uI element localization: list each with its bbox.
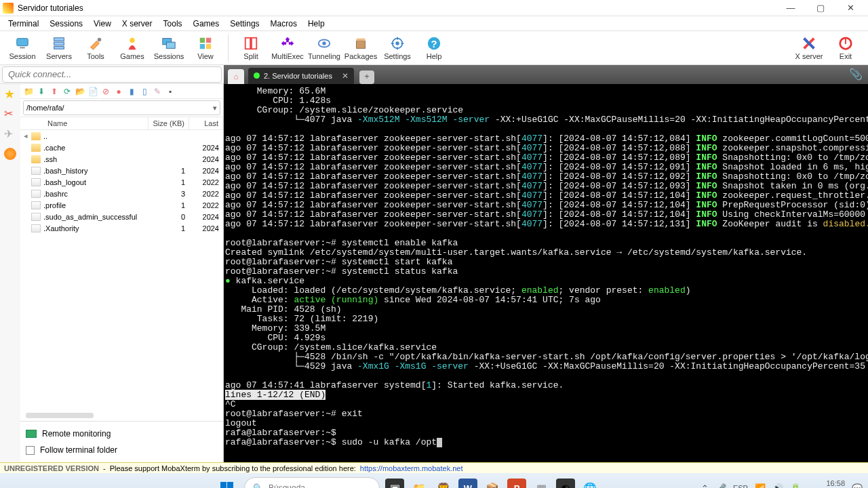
tool-sessions-list[interactable]: Sessions xyxy=(151,36,187,60)
add-tab-button[interactable]: + xyxy=(359,70,374,84)
macros-icon[interactable] xyxy=(4,148,16,160)
tool-split[interactable]: Split xyxy=(233,36,269,60)
tray-clock[interactable]: 16:5807/08/2024 xyxy=(808,479,845,488)
properties-icon[interactable]: ● xyxy=(113,86,124,97)
tool-games[interactable]: Games xyxy=(114,36,151,60)
svg-point-16 xyxy=(322,41,326,45)
tool-exit[interactable]: Exit xyxy=(827,36,864,60)
main-area: ★ ✂ ✈ 📁 ⬇ ⬆ ⟳ 📂 📄 ⊘ ● ▮ ▯ ✎ ▪ /home/rafa… xyxy=(0,84,868,462)
toolbar-separator xyxy=(228,35,229,62)
task-vbox[interactable]: 📦 xyxy=(483,479,502,488)
menu-macros[interactable]: Macros xyxy=(265,18,302,30)
minimize-button[interactable]: — xyxy=(776,0,806,16)
tab-close-icon[interactable]: ✕ xyxy=(342,71,349,81)
tool-packages[interactable]: Packages xyxy=(342,36,379,60)
dropdown-icon[interactable]: ▾ xyxy=(213,104,217,113)
file-row[interactable]: .bash_logout12022 xyxy=(20,176,223,188)
task-ppt[interactable]: P xyxy=(507,479,526,488)
file-icon xyxy=(31,224,41,232)
tray-notifications-icon[interactable]: 💬 xyxy=(852,483,863,489)
find-icon[interactable]: ▯ xyxy=(139,86,150,97)
file-row[interactable]: .ssh2024 xyxy=(20,153,223,165)
task-brave[interactable]: 🦁 xyxy=(434,479,453,488)
tool-view[interactable]: View xyxy=(187,36,224,60)
favorites-icon[interactable]: ★ xyxy=(4,87,16,99)
tray-lang-icon[interactable]: ESP xyxy=(733,484,748,488)
home-icon: ⌂ xyxy=(233,72,238,81)
col-size[interactable]: Size (KB) xyxy=(149,117,189,129)
file-row[interactable]: .bash_history12024 xyxy=(20,165,223,176)
tray-volume-icon[interactable]: 🔊 xyxy=(772,483,783,489)
status-link[interactable]: https://mobaxterm.mobatek.net xyxy=(360,464,463,472)
svg-rect-11 xyxy=(200,43,205,48)
download-icon[interactable]: ⬇ xyxy=(36,86,47,97)
remote-monitoring-label[interactable]: Remote monitoring xyxy=(42,429,111,439)
task-app1[interactable]: ▦ xyxy=(532,479,551,488)
col-last[interactable]: Last xyxy=(189,117,223,129)
tool-servers[interactable]: Servers xyxy=(41,36,77,60)
file-row[interactable]: .sudo_as_admin_successful02024 xyxy=(20,211,223,222)
taskbar-search[interactable]: 🔍Búsqueda xyxy=(244,477,380,488)
file-icon xyxy=(31,201,41,209)
tray-wifi-icon[interactable]: 📶 xyxy=(755,483,766,489)
file-row[interactable]: .bashrc32022 xyxy=(20,188,223,199)
menu-games[interactable]: Games xyxy=(188,18,225,30)
file-list[interactable]: ◂...cache2024.ssh2024.bash_history12024.… xyxy=(20,130,223,270)
tool-session[interactable]: Session xyxy=(4,36,41,60)
refresh-icon[interactable]: ⟳ xyxy=(62,86,73,97)
menu-sessions[interactable]: Sessions xyxy=(44,18,88,30)
menu-help[interactable]: Help xyxy=(302,18,330,30)
tray-chevron-icon[interactable]: ⌃ xyxy=(701,483,709,489)
home-tab[interactable]: ⌂ xyxy=(228,69,244,84)
file-footer: Remote monitoring Follow terminal folder xyxy=(20,421,223,462)
task-edge[interactable]: 🌐 xyxy=(580,479,599,488)
delete-icon[interactable]: ⊘ xyxy=(100,86,111,97)
task-mobaxterm[interactable]: ◐ xyxy=(556,479,575,488)
tool-tunneling[interactable]: Tunneling xyxy=(306,36,342,60)
newfolder-icon[interactable]: 📂 xyxy=(75,86,85,97)
task-word[interactable]: W xyxy=(458,479,477,488)
tool-help[interactable]: ?Help xyxy=(416,36,452,60)
maximize-button[interactable]: ▢ xyxy=(806,0,835,16)
close-button[interactable]: ✕ xyxy=(835,0,865,16)
tray-battery-icon[interactable]: 🔋 xyxy=(790,483,801,489)
tool-settings[interactable]: Settings xyxy=(379,36,416,60)
path-input[interactable]: /home/rafa/▾ xyxy=(23,100,220,115)
session-tab[interactable]: 2. Servidor tutoriales ✕ xyxy=(248,68,354,84)
sftp-icon[interactable]: ✈ xyxy=(4,127,16,140)
menu-tools[interactable]: Tools xyxy=(158,18,188,30)
pin-icon[interactable]: 📎 xyxy=(849,68,863,81)
svg-rect-17 xyxy=(357,41,366,48)
task-files[interactable]: 📁 xyxy=(410,479,429,488)
tray-mic-icon[interactable]: 🎤 xyxy=(715,483,726,489)
status-message: Please support MobaXterm by subscribing … xyxy=(110,464,356,472)
task-explorer[interactable]: ▣ xyxy=(385,479,404,488)
start-button[interactable] xyxy=(214,476,239,488)
menu-terminal[interactable]: Terminal xyxy=(3,18,44,30)
window-title: Servidor tutoriales xyxy=(18,3,776,13)
menu-xserver[interactable]: X server xyxy=(117,18,158,30)
newfile-icon[interactable]: 📄 xyxy=(87,86,98,97)
horizontal-scrollbar[interactable] xyxy=(26,413,94,418)
menu-view[interactable]: View xyxy=(88,18,117,30)
tool-multiexec[interactable]: MultiExec xyxy=(269,36,306,60)
file-row[interactable]: .cache2024 xyxy=(20,142,223,153)
edit-icon[interactable]: ▮ xyxy=(126,86,137,97)
col-name[interactable]: Name xyxy=(31,117,149,129)
tool-xserver[interactable]: X server xyxy=(791,36,827,60)
file-row[interactable]: .profile12022 xyxy=(20,199,223,211)
svg-rect-3 xyxy=(54,42,64,45)
terminal[interactable]: Memory: 65.6M CPU: 1.428s CGroup: /syste… xyxy=(224,84,868,462)
quick-connect-input[interactable] xyxy=(2,66,222,83)
svg-rect-10 xyxy=(206,37,211,42)
folder-icon[interactable]: 📁 xyxy=(23,86,34,97)
file-row[interactable]: .Xauthority12024 xyxy=(20,222,223,234)
upload-icon[interactable]: ⬆ xyxy=(49,86,60,97)
menu-settings[interactable]: Settings xyxy=(224,18,264,30)
follow-checkbox[interactable] xyxy=(26,446,35,455)
tools-icon[interactable]: ✂ xyxy=(4,107,16,119)
link-icon[interactable]: ✎ xyxy=(152,86,163,97)
file-row[interactable]: ◂.. xyxy=(20,130,223,142)
terminal-icon[interactable]: ▪ xyxy=(165,86,176,97)
tool-tools[interactable]: Tools xyxy=(77,36,114,60)
